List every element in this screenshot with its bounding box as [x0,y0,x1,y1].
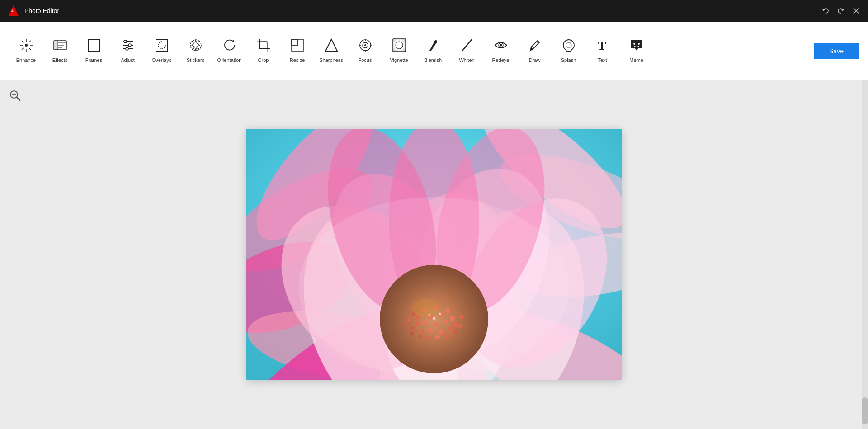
svg-rect-24 [156,39,168,51]
adjust-icon [121,38,135,55]
tool-orientation[interactable]: Orientation [212,26,246,76]
tool-whiten[interactable]: Whiten [450,26,484,76]
redeye-icon [494,38,508,55]
draw-icon [528,38,542,55]
enhance-icon [19,38,33,55]
scrollbar[interactable] [862,80,868,429]
tool-resize[interactable]: Resize [280,26,314,76]
save-btn-container: Save [814,43,859,59]
svg-point-39 [364,44,366,46]
tool-effects[interactable]: Effects [43,26,77,76]
redo-button[interactable] [836,6,845,15]
blemish-label: Blemish [424,57,442,63]
svg-rect-17 [88,39,100,51]
draw-label: Draw [529,57,541,63]
overlays-icon [155,38,169,55]
svg-point-23 [126,47,128,50]
effects-label: Effects [52,57,67,63]
effects-icon [53,38,67,55]
svg-line-8 [29,41,31,42]
svg-point-52 [570,42,571,43]
text-icon: T [595,38,610,55]
tool-enhance[interactable]: Enhance [9,26,43,76]
svg-line-6 [22,41,24,42]
app-logo-icon [7,5,20,17]
whiten-icon [460,38,474,55]
svg-rect-16 [58,47,62,48]
window-controls [821,6,861,15]
svg-rect-32 [292,39,298,46]
tool-adjust[interactable]: Adjust [111,26,145,76]
svg-rect-45 [393,39,406,52]
tool-stickers[interactable]: Stickers [179,26,212,76]
tool-sharpness[interactable]: Sharpness [314,26,348,76]
app-title: Photo Editor [24,7,821,14]
svg-rect-15 [58,45,64,46]
redeye-label: Redeye [492,57,509,63]
focus-icon [358,38,373,55]
blemish-icon [426,38,440,55]
sharpness-icon [324,38,339,55]
crop-icon [256,38,271,55]
resize-label: Resize [290,57,305,63]
tool-frames[interactable]: Frames [77,26,111,76]
svg-point-10 [25,44,28,47]
svg-marker-36 [326,39,337,51]
svg-point-25 [158,42,165,49]
main-canvas-area [0,80,868,429]
crop-label: Crop [258,57,269,63]
tool-overlays[interactable]: Overlays [145,26,179,76]
tool-blemish[interactable]: Blemish [416,26,450,76]
close-button[interactable] [852,6,861,15]
whiten-label: Whiten [459,57,474,63]
tool-draw[interactable]: Draw [518,26,552,76]
stickers-icon [189,38,203,55]
vignette-label: Vignette [390,57,408,63]
tool-crop[interactable]: Crop [246,26,280,76]
svg-rect-33 [292,39,303,51]
save-button[interactable]: Save [814,43,859,59]
svg-text:T: T [598,38,606,52]
svg-rect-14 [58,42,66,43]
svg-point-54 [633,43,635,45]
sharpness-label: Sharpness [319,57,343,63]
focus-label: Focus [359,57,372,63]
scrollbar-thumb[interactable] [862,397,868,424]
orientation-icon [222,38,237,55]
resize-icon [290,38,305,55]
svg-line-48 [462,40,472,51]
photo-canvas [246,129,622,380]
frames-icon [87,38,101,55]
meme-icon [629,38,644,55]
tool-focus[interactable]: Focus [348,26,382,76]
orientation-label: Orientation [217,57,242,63]
text-label: Text [598,57,607,63]
svg-rect-12 [54,41,57,50]
svg-line-57 [17,97,20,100]
svg-line-7 [29,48,31,50]
tool-vignette[interactable]: Vignette [382,26,416,76]
overlays-label: Overlays [152,57,171,63]
svg-point-47 [434,40,437,43]
toolbar: Enhance Effects Frames [0,22,868,80]
svg-point-55 [638,43,640,45]
undo-button[interactable] [821,6,830,15]
tool-meme[interactable]: Meme [619,26,653,76]
svg-point-22 [128,44,131,47]
splash-label: Splash [561,57,576,63]
svg-point-115 [298,197,570,378]
adjust-label: Adjust [121,57,135,63]
stickers-label: Stickers [187,57,204,63]
enhance-label: Enhance [16,57,36,63]
vignette-icon [392,38,406,55]
splash-icon [561,38,576,55]
canvas-area [0,80,868,429]
tool-redeye[interactable]: Redeye [484,26,518,76]
zoom-icon[interactable] [9,90,21,104]
svg-point-21 [124,40,127,43]
meme-label: Meme [629,57,643,63]
tool-text[interactable]: T Text [585,26,619,76]
frames-label: Frames [85,57,102,63]
svg-point-50 [500,44,502,47]
tool-splash[interactable]: Splash [552,26,585,76]
